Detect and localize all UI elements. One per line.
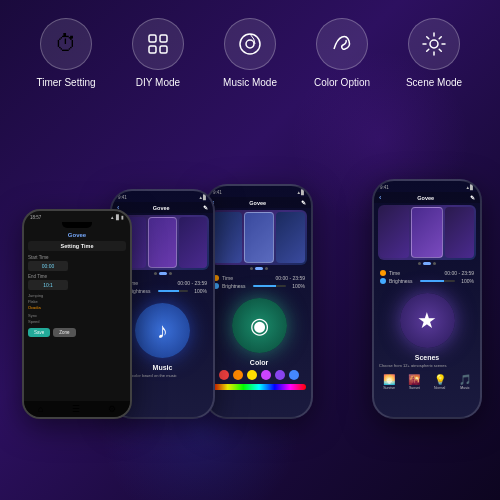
color-preview-area <box>211 210 307 265</box>
scenes-brightness-slider[interactable] <box>420 280 456 282</box>
brightness-value: 100% <box>194 288 207 294</box>
music-phone-time: 9:41 <box>118 195 127 200</box>
scene-music[interactable]: 🎵 Music <box>454 374 476 390</box>
sunrise-label: Sunrise <box>383 386 395 390</box>
scenes-dot-3 <box>433 262 436 265</box>
swatch-yellow[interactable] <box>247 370 257 380</box>
start-time-value[interactable]: 00:00 <box>28 261 68 271</box>
music-phone-status-bar: 9:41 ▲▊ <box>112 191 213 202</box>
dot-1 <box>154 272 157 275</box>
scenes-preview-2 <box>411 207 442 258</box>
feature-scene[interactable]: Scene Mode <box>394 18 474 89</box>
color-preview-3 <box>276 212 305 263</box>
music-icon <box>224 18 276 70</box>
color-mode-button[interactable]: ◉ <box>232 298 287 353</box>
scenes-preview-3 <box>445 207 474 258</box>
setting-time-title: Setting Time <box>28 241 126 251</box>
feature-timer[interactable]: ⏱ Timer Setting <box>26 18 106 89</box>
dot-3 <box>169 272 172 275</box>
dot-2 <box>159 272 167 275</box>
swatch-violet[interactable] <box>275 370 285 380</box>
color-mode-icon: ◉ <box>250 313 269 339</box>
phone-main: 18:57 ▲ ▊ ▮ Govee Setting Time Start Tim… <box>22 209 132 419</box>
scenes-edit-icon[interactable]: ✎ <box>470 195 475 201</box>
scene-music-label: Music <box>460 386 469 390</box>
color-bright-label: Brightness <box>222 283 246 289</box>
svg-point-5 <box>246 40 254 48</box>
time-range-value: 00:00 - 23:59 <box>178 280 207 286</box>
color-preview-2 <box>244 212 275 263</box>
scenes-scroll-indicators <box>374 262 480 265</box>
music-label: Music Mode <box>223 76 277 89</box>
color-preview-1 <box>213 212 242 263</box>
color-option-icon <box>316 18 368 70</box>
scenes-preview-area <box>378 205 476 260</box>
scenes-bright-label: Brightness <box>389 278 413 284</box>
timer-label: Timer Setting <box>36 76 95 89</box>
save-button[interactable]: Save <box>28 328 50 337</box>
color-phone-time: 9:41 <box>213 190 222 195</box>
scenes-app-bar: ‹ Govee ✎ <box>374 192 480 203</box>
svg-point-6 <box>430 40 438 48</box>
nav-list-icon[interactable]: ☰ <box>72 404 80 414</box>
swatch-purple[interactable] <box>261 370 271 380</box>
preview-thumb-3 <box>179 217 207 268</box>
scene-label: Scene Mode <box>406 76 462 89</box>
sunset-icon: 🌇 <box>408 374 420 385</box>
nav-settings-icon[interactable]: ⚙ <box>108 404 116 414</box>
scenes-grid: 🌅 Sunrise 🌇 Sunset 💡 Normal 🎵 Music <box>374 374 480 390</box>
color-spectrum-slider[interactable] <box>212 384 306 390</box>
scenes-mode-label: Scenes <box>415 354 440 361</box>
diy-icon <box>132 18 184 70</box>
color-time-label: Time <box>222 275 233 281</box>
zone-button[interactable]: Zone <box>53 328 75 337</box>
swatch-orange[interactable] <box>233 370 243 380</box>
main-phone-time: 18:57 <box>30 215 41 220</box>
feature-diy[interactable]: DIY Mode <box>118 18 198 89</box>
normal-label: Normal <box>434 386 445 390</box>
nav-home-icon[interactable]: ⌂ <box>38 404 43 414</box>
color-swatches <box>207 370 311 380</box>
swatch-blue[interactable] <box>289 370 299 380</box>
scenes-mode-icon: ★ <box>417 308 437 334</box>
speed-label: Speed <box>28 319 126 324</box>
scenes-description: Choose from 12+ atmospheric scenes <box>374 361 480 371</box>
features-row: ⏱ Timer Setting DIY Mode Music Mode <box>0 0 500 99</box>
scene-sunrise[interactable]: 🌅 Sunrise <box>378 374 400 390</box>
color-edit-icon[interactable]: ✎ <box>301 200 306 206</box>
feature-color[interactable]: Color Option <box>302 18 382 89</box>
scene-sunset[interactable]: 🌇 Sunset <box>403 374 425 390</box>
color-dot-2 <box>255 267 263 270</box>
scenes-dot-1 <box>418 262 421 265</box>
scenes-phone-status-bar: 9:41 ▲▊ <box>374 181 480 192</box>
feature-music[interactable]: Music Mode <box>210 18 290 89</box>
list-item-ocadia: Ocadia <box>28 305 126 310</box>
govee-title: Govee <box>28 232 126 238</box>
scenes-preview-1 <box>380 207 409 258</box>
music-phone-icons: ▲▊ <box>199 195 207 200</box>
music-mode-icon: ♪ <box>157 318 168 344</box>
color-app-bar: ‹ Govee ✎ <box>207 197 311 208</box>
start-time-label: Start Time <box>28 255 126 260</box>
color-bright-value: 100% <box>292 283 305 289</box>
normal-icon: 💡 <box>434 374 446 385</box>
music-mode-button[interactable]: ♪ <box>135 303 190 358</box>
music-phone-title: Govee <box>153 205 170 211</box>
svg-rect-1 <box>160 35 167 42</box>
color-mode-label: Color <box>250 359 268 366</box>
main-phone-icons: ▲ ▊ ▮ <box>110 215 124 220</box>
phones-section: 18:57 ▲ ▊ ▮ Govee Setting Time Start Tim… <box>0 99 500 439</box>
scenes-back-arrow[interactable]: ‹ <box>379 194 381 201</box>
color-brightness-slider[interactable] <box>253 285 287 287</box>
end-time-label: End Time <box>28 274 126 279</box>
swatch-red[interactable] <box>219 370 229 380</box>
end-time-value[interactable]: 10:1 <box>28 280 68 290</box>
brightness-slider[interactable] <box>158 290 189 292</box>
color-dot-1 <box>250 267 253 270</box>
scenes-mode-button[interactable]: ★ <box>400 293 455 348</box>
phone-scenes: 9:41 ▲▊ ‹ Govee ✎ Time <box>372 179 482 419</box>
list-item-flake: Flake <box>28 299 126 304</box>
nav-bar: ⌂ ☰ ⚙ <box>24 401 130 417</box>
music-edit-icon[interactable]: ✎ <box>203 205 208 211</box>
scene-normal[interactable]: 💡 Normal <box>429 374 451 390</box>
